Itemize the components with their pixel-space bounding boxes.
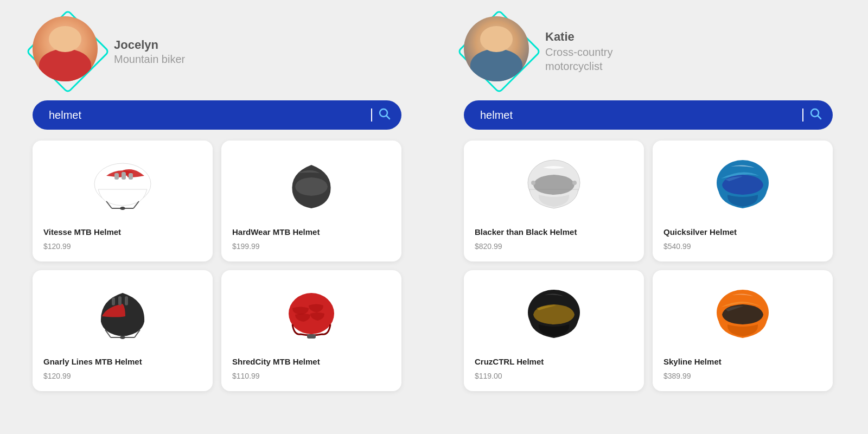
search-icon-katie[interactable] (809, 107, 822, 123)
product-price-gnarly: $120.99 (43, 372, 202, 380)
svg-point-23 (572, 181, 577, 185)
product-name-quicksilver: Quicksilver Helmet (663, 227, 822, 237)
svg-rect-18 (307, 334, 316, 339)
product-image-vitesse (43, 151, 202, 222)
product-price-quicksilver: $540.99 (663, 242, 822, 251)
user-name-jocelyn: Jocelyn (114, 38, 185, 52)
product-name-gnarly: Gnarly Lines MTB Helmet (43, 357, 202, 366)
svg-point-16 (120, 336, 125, 339)
product-card-quicksilver[interactable]: Quicksilver Helmet $540.99 (653, 141, 833, 261)
product-card-gnarly[interactable]: Gnarly Lines MTB Helmet $120.99 (33, 270, 213, 391)
products-grid-katie: Blacker than Black Helmet $820.99 (464, 141, 833, 391)
page-container: Jocelyn Mountain biker helmet (0, 0, 868, 434)
product-image-shredcity (232, 281, 391, 352)
user-header-katie: Katie Cross-country motorcyclist (464, 16, 846, 87)
svg-rect-11 (118, 296, 122, 305)
svg-point-22 (531, 181, 535, 185)
product-image-quicksilver (663, 151, 822, 222)
product-name-blacker: Blacker than Black Helmet (475, 227, 633, 237)
search-bar-jocelyn[interactable]: helmet (33, 100, 401, 130)
product-card-skyline[interactable]: Skyline Helmet $389.99 (653, 270, 833, 391)
svg-point-9 (120, 207, 125, 210)
product-name-cruzctrl: CruzCTRL Helmet (475, 357, 633, 366)
product-price-cruzctrl: $119.00 (475, 372, 633, 380)
product-name-skyline: Skyline Helmet (663, 357, 822, 366)
avatar-diamond-jocelyn (33, 16, 103, 87)
user-name-katie: Katie (545, 30, 643, 44)
panel-katie: Katie Cross-country motorcyclist helmet (437, 0, 868, 434)
product-card-cruzctrl[interactable]: CruzCTRL Helmet $119.00 (464, 270, 644, 391)
product-image-blacker (475, 151, 633, 222)
svg-rect-12 (125, 296, 128, 305)
product-image-hardwear (232, 151, 391, 222)
product-name-vitesse: Vitesse MTB Helmet (43, 227, 202, 237)
product-image-cruzctrl (475, 281, 633, 352)
product-card-shredcity[interactable]: ShredCity MTB Helmet $110.99 (221, 270, 401, 391)
search-cursor-jocelyn (371, 108, 372, 122)
user-role-jocelyn: Mountain biker (114, 53, 185, 66)
user-info-katie: Katie Cross-country motorcyclist (545, 30, 643, 73)
product-name-hardwear: HardWear MTB Helmet (232, 227, 391, 237)
svg-rect-10 (112, 297, 115, 305)
user-info-jocelyn: Jocelyn Mountain biker (114, 38, 185, 66)
product-name-shredcity: ShredCity MTB Helmet (232, 357, 391, 366)
avatar-jocelyn (33, 16, 98, 81)
search-icon-jocelyn[interactable] (378, 107, 391, 123)
search-query-katie: helmet (480, 109, 797, 122)
search-bar-katie[interactable]: helmet (464, 100, 833, 130)
user-header-jocelyn: Jocelyn Mountain biker (33, 16, 415, 87)
products-grid-jocelyn: Vitesse MTB Helmet $120.99 (33, 141, 401, 391)
svg-rect-3 (114, 173, 119, 180)
svg-rect-4 (122, 172, 126, 180)
product-card-vitesse[interactable]: Vitesse MTB Helmet $120.99 (33, 141, 213, 261)
panel-jocelyn: Jocelyn Mountain biker helmet (0, 0, 437, 434)
product-price-vitesse: $120.99 (43, 242, 202, 251)
search-cursor-katie (802, 108, 803, 122)
product-price-shredcity: $110.99 (232, 372, 391, 380)
product-image-gnarly (43, 281, 202, 352)
avatar-diamond-katie (464, 16, 534, 87)
svg-rect-5 (129, 173, 133, 180)
search-query-jocelyn: helmet (49, 109, 366, 122)
svg-line-1 (387, 116, 390, 119)
product-price-hardwear: $199.99 (232, 242, 391, 251)
avatar-katie (464, 16, 529, 81)
product-price-skyline: $389.99 (663, 372, 822, 380)
product-card-blacker[interactable]: Blacker than Black Helmet $820.99 (464, 141, 644, 261)
svg-line-20 (818, 116, 821, 119)
user-role-katie: Cross-country motorcyclist (545, 45, 643, 73)
product-price-blacker: $820.99 (475, 242, 633, 251)
product-card-hardwear[interactable]: HardWear MTB Helmet $199.99 (221, 141, 401, 261)
product-image-skyline (663, 281, 822, 352)
